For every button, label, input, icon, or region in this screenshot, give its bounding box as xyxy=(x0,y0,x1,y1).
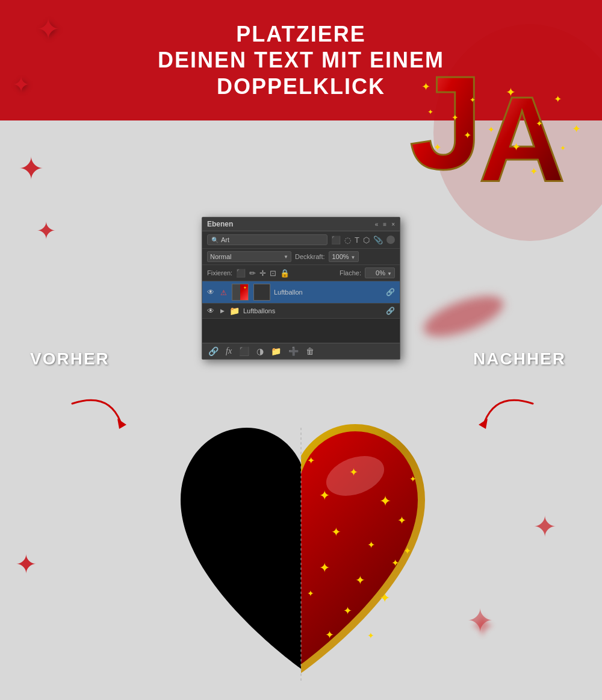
layer-thumb-mask-2 xyxy=(253,284,270,301)
ps-panel-titlebar: Ebenen « ≡ × xyxy=(202,217,400,231)
label-vorher: VORHER xyxy=(30,349,110,369)
panel-menu-icon[interactable]: ≡ xyxy=(383,221,386,228)
arrow-left xyxy=(60,392,132,442)
heart-svg: ✦ ✦ ✦ ✦ ✦ ✦ ✦ ✦ ✦ ✦ ✦ ✦ ✦ ✦ ✦ ✦ ✦ xyxy=(144,380,458,700)
heart-star-13: ✦ xyxy=(409,474,417,484)
svg-marker-17 xyxy=(117,419,126,429)
svg-text:J: J xyxy=(409,49,483,197)
fix-transform-icon[interactable]: ⊡ xyxy=(270,269,276,278)
star-decoration-2: ✦ xyxy=(12,72,30,98)
arrow-right xyxy=(473,392,545,442)
ps-search-box[interactable]: 🔍 Art xyxy=(207,234,327,245)
fix-move-icon[interactable]: ✛ xyxy=(259,269,266,278)
star-mid-left-2: ✦ xyxy=(36,217,57,245)
text-filter-icon[interactable]: T xyxy=(355,236,359,245)
toolbar-folder-icon[interactable]: 📁 xyxy=(271,346,281,356)
layer-eye-icon-1[interactable]: 👁 xyxy=(207,288,217,296)
svg-text:✦: ✦ xyxy=(560,144,566,152)
heart-star-10: ✦ xyxy=(343,605,352,617)
heart-star-9: ✦ xyxy=(391,558,399,568)
fix-checkerboard-icon[interactable]: ⬛ xyxy=(236,269,246,278)
vector-filter-icon[interactable]: ◌ xyxy=(344,236,351,245)
opacity-label: Deckkraft: xyxy=(295,253,325,260)
star-blurred-bottom-right: ✦ xyxy=(468,607,497,646)
blend-mode-value: Normal xyxy=(210,253,231,260)
heart-star-2: ✦ xyxy=(349,466,358,478)
svg-text:✦: ✦ xyxy=(470,96,476,104)
fill-dropdown-arrow: ▼ xyxy=(387,271,392,277)
heart-star-4: ✦ xyxy=(331,525,341,539)
heart-star-5: ✦ xyxy=(367,540,375,550)
opacity-dropdown-arrow: ▼ xyxy=(351,255,356,260)
svg-text:✦: ✦ xyxy=(452,113,459,122)
title-line-1: PLATZIERE xyxy=(236,22,365,46)
heart-star-8: ✦ xyxy=(355,573,365,587)
svg-text:✦: ✦ xyxy=(572,123,581,135)
blend-mode-dropdown[interactable]: Normal ▼ xyxy=(207,251,291,262)
panel-collapse-icon[interactable]: « xyxy=(375,221,379,228)
heart-star-7: ✦ xyxy=(319,560,330,575)
layer-expand-arrow[interactable]: ▶ xyxy=(220,308,225,314)
shape-filter-icon[interactable]: ⬡ xyxy=(363,236,370,245)
dot-icon xyxy=(386,236,395,244)
heart-star-11: ✦ xyxy=(379,590,390,605)
svg-text:✦: ✦ xyxy=(421,81,430,93)
fill-label: Flache: xyxy=(340,269,361,277)
ps-blend-row: Normal ▼ Deckkraft: 100% ▼ xyxy=(202,249,400,265)
fix-lock-icon[interactable]: 🔒 xyxy=(280,269,290,278)
heart-container: ✦ ✦ ✦ ✦ ✦ ✦ ✦ ✦ ✦ ✦ ✦ ✦ ✦ ✦ ✦ ✦ ✦ xyxy=(144,380,458,700)
layer-eye-icon-2[interactable]: 👁 xyxy=(207,307,217,315)
warning-icon: ⚠ xyxy=(220,289,227,297)
toolbar-new-layer-icon[interactable]: ➕ xyxy=(288,346,299,356)
fill-value: 0% xyxy=(376,269,385,277)
heart-star-1: ✦ xyxy=(319,488,330,503)
toolbar-adjustment-icon[interactable]: ◑ xyxy=(256,346,264,356)
ps-panel-controls: « ≡ × xyxy=(375,221,395,228)
vorher-text: VORHER xyxy=(30,349,110,368)
star-decoration-1: ✦ xyxy=(36,12,60,46)
heart-star-14: ✦ xyxy=(307,455,315,466)
fix-brush-icon[interactable]: ✏ xyxy=(249,269,256,278)
layer-name-1: Luftballon xyxy=(274,289,382,296)
svg-text:✦: ✦ xyxy=(433,142,441,152)
toolbar-link-icon[interactable]: 🔗 xyxy=(208,346,219,356)
ps-empty-area xyxy=(202,319,400,343)
opacity-value-box[interactable]: 100% ▼ xyxy=(329,251,359,262)
balloon-letters-svg: J A ✦ ✦ ✦ ✦ ✦ ✦ ✦ ✦ ✦ ✦ ✦ ✦ ✦ ✦ xyxy=(373,0,602,253)
ps-filter-row: 🔍 Art ⬛ ◌ T ⬡ 📎 xyxy=(202,231,400,249)
layer-thumb-1: ✦ xyxy=(232,284,249,301)
star-bottom-left: ✦ xyxy=(15,549,37,580)
ps-toolbar: 🔗 fx ⬛ ◑ 📁 ➕ 🗑 xyxy=(202,343,400,359)
svg-text:✦: ✦ xyxy=(464,130,471,140)
heart-star-12: ✦ xyxy=(307,589,314,598)
fill-value-box[interactable]: 0% ▼ xyxy=(365,267,395,278)
heart-star-3: ✦ xyxy=(379,493,391,509)
layer-link-icon-2[interactable]: 🔗 xyxy=(386,307,395,315)
blend-dropdown-arrow: ▼ xyxy=(284,254,288,260)
pixel-filter-icon[interactable]: ⬛ xyxy=(331,236,341,245)
heart-star-17: ✦ xyxy=(367,631,374,640)
smart-filter-icon[interactable]: 📎 xyxy=(373,236,383,245)
layer-luftballon[interactable]: 👁 ⚠ ✦ Luftballon 🔗 xyxy=(202,281,400,304)
toolbar-mask-icon[interactable]: ⬛ xyxy=(239,346,249,356)
star-mid-left: ✦ xyxy=(18,151,45,187)
top-section: ✦ ✦ PLATZIERE DEINEN TEXT MIT EINEM DOPP… xyxy=(0,0,602,120)
svg-marker-18 xyxy=(479,419,488,429)
arrow-left-svg xyxy=(60,392,132,440)
layer-link-icon-1[interactable]: 🔗 xyxy=(386,288,395,296)
layer-luftballons[interactable]: 👁 ▶ 📁 Luftballons 🔗 xyxy=(202,304,400,319)
svg-text:✦: ✦ xyxy=(488,125,495,134)
layer-warning: ⚠ xyxy=(220,287,227,298)
svg-text:✦: ✦ xyxy=(506,86,516,99)
folder-icon: 📁 xyxy=(229,306,240,316)
fix-label: Fixieren: xyxy=(207,269,232,277)
panel-close-button[interactable]: × xyxy=(391,221,395,228)
title-line-3: DOPPELKLICK xyxy=(217,74,385,99)
svg-text:✦: ✦ xyxy=(554,94,562,104)
label-nachher: NACHHER xyxy=(473,349,566,369)
ps-search-text: Art xyxy=(221,236,229,243)
toolbar-delete-icon[interactable]: 🗑 xyxy=(306,346,314,356)
svg-text:✦: ✦ xyxy=(512,141,521,153)
svg-text:A: A xyxy=(479,72,565,206)
toolbar-fx-icon[interactable]: fx xyxy=(226,346,232,356)
